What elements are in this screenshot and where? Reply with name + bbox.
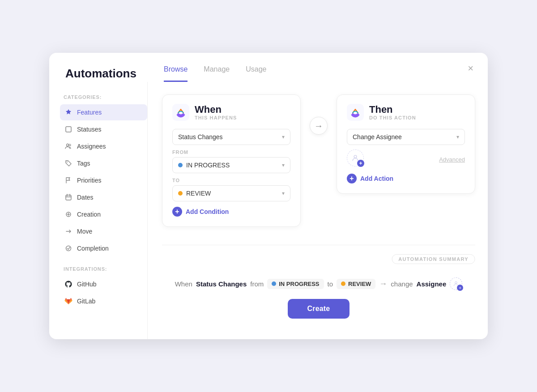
sidebar-item-priorities-label: Priorities (77, 177, 101, 184)
advanced-link[interactable]: Advanced (439, 156, 465, 163)
close-button[interactable]: × (468, 64, 473, 73)
summary-row: When Status Changes from IN PROGRESS to … (162, 277, 475, 290)
summary-to-keyword: to (328, 280, 333, 288)
sidebar-item-completion[interactable]: Completion (60, 240, 147, 256)
action-chevron-icon: ▾ (456, 134, 459, 140)
add-action-row[interactable]: + Add Action (347, 174, 465, 183)
to-chevron-icon: ▾ (282, 190, 285, 196)
calendar-icon (64, 193, 72, 201)
sidebar-item-creation[interactable]: Creation (60, 206, 147, 222)
to-select[interactable]: REVIEW ▾ (172, 185, 290, 201)
sidebar-item-dates[interactable]: Dates (60, 189, 147, 205)
action-select[interactable]: Change Assignee ▾ (347, 129, 465, 145)
modal-body: CATEGORIES: Features Statuses (49, 82, 488, 339)
summary-change-keyword: change (391, 280, 413, 288)
sidebar-item-move-label: Move (77, 228, 92, 235)
create-button[interactable]: Create (288, 299, 350, 319)
when-title-group: When THIS HAPPENS (195, 104, 237, 120)
from-select-value: IN PROGRESS (186, 162, 230, 169)
main-content: When THIS HAPPENS Status Changes ▾ FROM (148, 82, 488, 339)
move-icon (64, 227, 72, 235)
svg-point-3 (67, 162, 68, 162)
svg-rect-4 (66, 195, 71, 200)
from-dot (178, 163, 183, 167)
action-select-row: Change Assignee ▾ (347, 129, 465, 145)
from-chevron-icon: ▾ (282, 162, 285, 168)
to-label: TO (172, 178, 290, 183)
sidebar-item-gitlab-label: GitLab (77, 298, 95, 305)
add-condition-icon: + (172, 207, 182, 217)
then-block: Then DO THIS ACTION Change Assignee ▾ (337, 94, 475, 194)
to-select-value: REVIEW (186, 190, 211, 197)
sidebar-item-statuses-label: Statuses (77, 126, 101, 133)
sidebar-item-gitlab[interactable]: GitLab (60, 293, 147, 309)
from-select-row: FROM IN PROGRESS ▾ (172, 149, 290, 173)
summary-from-dot (272, 281, 276, 286)
sidebar-item-statuses[interactable]: Statuses (60, 121, 147, 137)
sidebar-item-github[interactable]: GitHub (60, 276, 147, 292)
sidebar-item-github-label: GitHub (77, 281, 97, 288)
sidebar-divider (60, 257, 147, 266)
sidebar-item-features-label: Features (77, 109, 102, 116)
tab-manage[interactable]: Manage (204, 65, 230, 82)
add-condition-row[interactable]: + Add Condition (172, 207, 290, 217)
then-assignee-row: + Advanced (347, 149, 465, 169)
summary-assignee-icon: + (450, 277, 462, 290)
sidebar-item-move[interactable]: Move (60, 223, 147, 239)
from-label: FROM (172, 149, 290, 155)
sidebar-item-dates-label: Dates (77, 194, 94, 201)
tab-usage[interactable]: Usage (246, 65, 266, 82)
summary-arrow-icon: → (379, 279, 387, 289)
summary-label: AUTOMATION SUMMARY (392, 254, 475, 264)
square-icon (64, 125, 72, 133)
tag-icon (64, 159, 72, 167)
sidebar-item-assignees[interactable]: Assignees (60, 138, 147, 154)
to-dot (178, 191, 183, 196)
sidebar: CATEGORIES: Features Statuses (49, 82, 148, 339)
modal-header: Automations Browse Manage Usage × (49, 53, 488, 82)
flag-icon (64, 176, 72, 184)
when-block: When THIS HAPPENS Status Changes ▾ FROM (162, 94, 301, 227)
add-condition-label: Add Condition (186, 208, 229, 215)
modal-title: Automations (65, 67, 137, 81)
add-action-label: Add Action (360, 175, 393, 182)
summary-to-dot (341, 281, 345, 286)
trigger-chevron-icon: ▾ (282, 134, 285, 140)
svg-point-9 (354, 155, 357, 158)
summary-assignee-bold: Assignee (417, 280, 447, 288)
svg-rect-8 (347, 104, 364, 121)
svg-rect-0 (66, 127, 71, 132)
action-select-value: Change Assignee (353, 133, 402, 141)
then-title-group: Then DO THIS ACTION (369, 104, 416, 120)
then-subtitle: DO THIS ACTION (369, 115, 416, 120)
when-block-header: When THIS HAPPENS (172, 104, 290, 121)
assignee-plus-icon: + (357, 160, 364, 167)
when-title: When (195, 104, 237, 115)
arrow-circle: → (310, 117, 328, 135)
gitlab-icon (64, 297, 72, 305)
summary-assignee-plus-icon: + (457, 285, 463, 291)
then-block-header: Then DO THIS ACTION (347, 104, 465, 121)
svg-rect-7 (172, 104, 189, 121)
github-icon (64, 280, 72, 288)
sidebar-item-completion-label: Completion (77, 245, 109, 252)
sidebar-item-tags[interactable]: Tags (60, 155, 147, 171)
summary-from-value: IN PROGRESS (279, 281, 319, 287)
to-select-row: TO REVIEW ▾ (172, 178, 290, 201)
trigger-select[interactable]: Status Changes ▾ (172, 129, 290, 145)
summary-from-badge: IN PROGRESS (267, 279, 324, 289)
summary-to-badge: REVIEW (337, 279, 375, 289)
sidebar-item-priorities[interactable]: Priorities (60, 172, 147, 188)
sidebar-item-assignees-label: Assignees (77, 143, 106, 150)
summary-when-keyword: When (175, 280, 192, 288)
svg-point-6 (66, 246, 71, 251)
summary-status-changes: Status Changes (196, 280, 247, 288)
automation-summary-section: AUTOMATION SUMMARY When Status Changes f… (162, 245, 475, 319)
check-icon (64, 244, 72, 252)
sidebar-item-features[interactable]: Features (60, 104, 147, 120)
summary-to-value: REVIEW (348, 281, 371, 287)
sidebar-item-creation-label: Creation (77, 211, 101, 218)
from-select[interactable]: IN PROGRESS ▾ (172, 157, 290, 173)
assignee-placeholder[interactable]: + (347, 149, 364, 166)
tab-browse[interactable]: Browse (164, 65, 188, 82)
